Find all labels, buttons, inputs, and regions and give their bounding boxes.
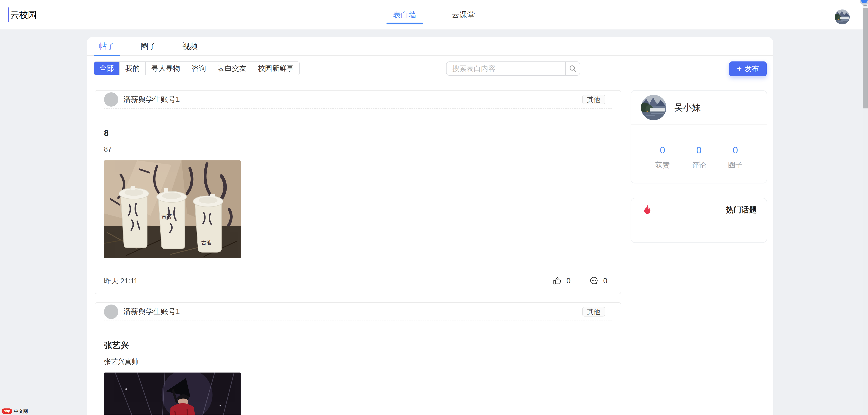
post-card[interactable]: 潘薪舆学生账号1 其他 张艺兴 张艺兴真帅 — [95, 302, 621, 415]
tab-posts[interactable]: 帖子 — [94, 37, 120, 55]
top-nav: 表白墙 云课堂 — [386, 0, 482, 30]
user-avatar[interactable] — [835, 9, 850, 24]
text-caret — [8, 7, 9, 22]
search-input[interactable] — [446, 62, 565, 75]
post-category-tag: 其他 — [582, 95, 605, 104]
logo[interactable]: 云校园 — [8, 0, 37, 30]
thumbs-up-icon — [553, 276, 561, 285]
publish-label: 发布 — [745, 64, 759, 74]
post-card[interactable]: 潘薪舆学生账号1 其他 8 87 — [95, 90, 621, 294]
tab-videos[interactable]: 视频 — [177, 37, 203, 55]
post-footer: 昨天 21:11 0 — [95, 268, 621, 294]
stat-label: 圈子 — [728, 160, 743, 170]
scrollbar-thumb[interactable] — [863, 8, 868, 108]
tab-label: 视频 — [182, 41, 197, 51]
profile-card: 吴小妹 0 获赞 0 评论 0 圈子 — [630, 90, 767, 183]
profile-name: 吴小妹 — [674, 101, 701, 114]
filter-campus-news[interactable]: 校园新鲜事 — [252, 62, 299, 75]
comment-action[interactable]: 0 — [589, 276, 608, 285]
active-tab-underline — [94, 55, 120, 56]
hot-topics-title: 热门话题 — [726, 205, 757, 215]
sidebar: 吴小妹 0 获赞 0 评论 0 圈子 — [630, 90, 767, 243]
hot-topics-card: 热门话题 — [630, 198, 767, 243]
stat-value: 0 — [733, 145, 738, 155]
stat-circles: 0 圈子 — [728, 145, 743, 183]
content-tabs: 帖子 圈子 视频 — [87, 37, 773, 56]
stat-value: 0 — [696, 145, 702, 155]
main-panel: 帖子 圈子 视频 全部 我的 寻人寻物 咨询 表白交友 校园新鲜事 — [87, 37, 773, 415]
post-image-milk-tea-cups[interactable]: 古茗 古茗 — [104, 161, 241, 258]
hot-topics-header: 热门话题 — [631, 198, 767, 222]
nav-tab-cloud-classroom[interactable]: 云课堂 — [445, 0, 482, 30]
nav-tab-confession-wall[interactable]: 表白墙 — [386, 0, 423, 30]
comment-bubble-icon — [589, 276, 598, 285]
tab-label: 圈子 — [141, 41, 156, 51]
php-badge: php — [2, 409, 12, 414]
nav-tab-label: 云课堂 — [452, 10, 475, 20]
post-header: 潘薪舆学生账号1 其他 — [104, 303, 612, 321]
post-actions: 0 0 — [553, 276, 607, 285]
profile-stats: 0 获赞 0 评论 0 圈子 — [631, 125, 767, 183]
post-image-concert-stage[interactable] — [104, 373, 241, 415]
post-author-name: 潘薪舆学生账号1 — [123, 307, 180, 317]
landscape-avatar-image — [835, 9, 850, 24]
post-category-tag: 其他 — [582, 307, 605, 316]
post-list: 潘薪舆学生账号1 其他 8 87 — [95, 90, 621, 415]
like-count: 0 — [566, 277, 570, 285]
post-body: 张艺兴真帅 — [104, 358, 612, 365]
page-scrollbar[interactable] — [863, 0, 868, 415]
svg-text:古茗: 古茗 — [161, 213, 172, 219]
toolbar: 全部 我的 寻人寻物 咨询 表白交友 校园新鲜事 + 发布 — [94, 62, 767, 76]
magnifier-icon — [569, 65, 577, 72]
filter-consult[interactable]: 咨询 — [186, 62, 212, 75]
filter-lost-and-found[interactable]: 寻人寻物 — [146, 62, 186, 75]
search-button[interactable] — [565, 62, 580, 75]
post-header: 潘薪舆学生账号1 其他 — [104, 91, 612, 109]
stat-likes: 0 获赞 — [655, 145, 670, 183]
post-title: 8 — [104, 129, 612, 138]
stat-label: 获赞 — [655, 160, 670, 170]
post-time: 昨天 21:11 — [104, 276, 138, 286]
filter-mine[interactable]: 我的 — [120, 62, 146, 75]
landscape-avatar-image — [641, 95, 666, 120]
watermark-site-name: 中文网 — [14, 408, 28, 414]
tab-circles[interactable]: 圈子 — [135, 37, 162, 55]
stat-comments: 0 评论 — [692, 145, 706, 183]
like-action[interactable]: 0 — [553, 276, 571, 285]
filter-confession-friends[interactable]: 表白交友 — [212, 62, 252, 75]
comment-count: 0 — [603, 277, 607, 285]
flame-icon — [642, 205, 651, 215]
profile-avatar[interactable] — [641, 95, 666, 120]
profile-header: 吴小妹 — [631, 91, 767, 125]
watermark: php 中文网 — [2, 408, 28, 414]
logo-text: 云校园 — [10, 9, 37, 21]
app-header: 云校园 表白墙 云课堂 — [0, 0, 868, 30]
post-author-avatar — [104, 305, 119, 319]
app-root: 云校园 表白墙 云课堂 — [0, 0, 868, 415]
hot-topics-empty-body — [631, 222, 767, 243]
post-body: 87 — [104, 145, 612, 153]
filter-all[interactable]: 全部 — [94, 62, 120, 75]
svg-text:古茗: 古茗 — [201, 240, 211, 246]
post-title: 张艺兴 — [104, 341, 612, 350]
post-author-avatar — [104, 93, 119, 107]
stat-value: 0 — [660, 145, 665, 155]
search-box — [446, 62, 580, 76]
post-author-name: 潘薪舆学生账号1 — [123, 95, 180, 105]
active-tab-underline — [386, 23, 423, 24]
publish-button[interactable]: + 发布 — [729, 62, 767, 76]
stat-label: 评论 — [692, 160, 706, 170]
tab-label: 帖子 — [99, 41, 115, 51]
nav-tab-label: 表白墙 — [393, 10, 416, 20]
filter-button-group: 全部 我的 寻人寻物 咨询 表白交友 校园新鲜事 — [94, 62, 300, 75]
plus-icon: + — [737, 65, 742, 73]
